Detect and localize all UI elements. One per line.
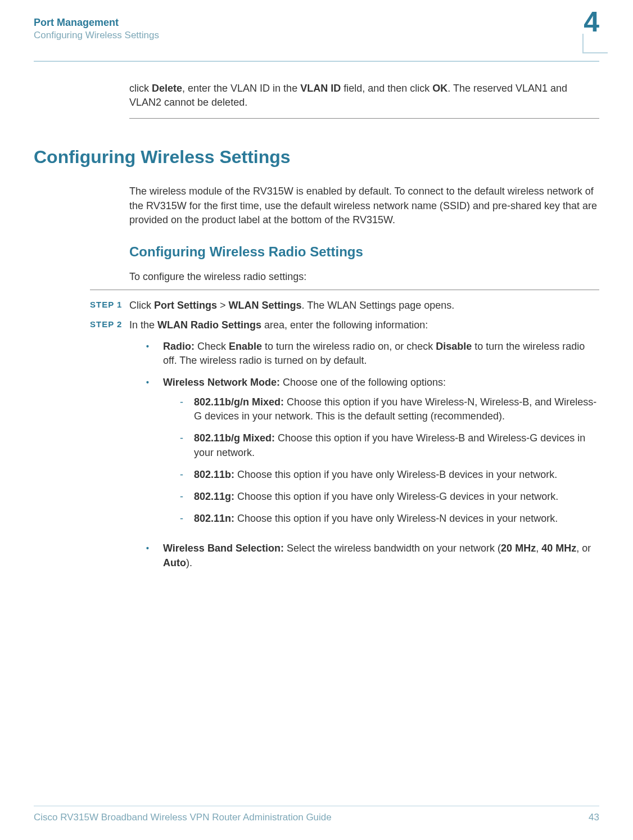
- step-1: STEP 1 Click Port Settings > WLAN Settin…: [34, 299, 599, 313]
- bullet-marker-icon: •: [146, 340, 163, 368]
- dash-marker-icon: -: [180, 395, 194, 423]
- bullet-band: • Wireless Band Selection: Select the wi…: [146, 541, 599, 570]
- step-divider: [90, 290, 599, 290]
- page-header: Port Management Configuring Wireless Set…: [34, 17, 599, 41]
- dash-n: - 802.11n: Choose this option if you hav…: [180, 512, 599, 526]
- dash-bgn: - 802.11b/g/n Mixed: Choose this option …: [180, 395, 599, 423]
- header-title: Port Management: [34, 17, 159, 29]
- footer-page-number: 43: [589, 812, 599, 823]
- step-2: STEP 2 In the WLAN Radio Settings area, …: [34, 318, 599, 577]
- footer-divider: [34, 806, 599, 806]
- header-divider: [34, 61, 599, 62]
- dash-marker-icon: -: [180, 431, 194, 459]
- dash-g: - 802.11g: Choose this option if you hav…: [180, 490, 599, 504]
- h2-radio-settings: Configuring Wireless Radio Settings: [129, 244, 599, 260]
- step-2-label: STEP 2: [90, 318, 129, 577]
- h1-configuring-wireless: Configuring Wireless Settings: [34, 147, 599, 168]
- step-1-content: Click Port Settings > WLAN Settings. The…: [129, 299, 599, 313]
- intro-paragraph: click Delete, enter the VLAN ID in the V…: [129, 82, 599, 110]
- page-footer: Cisco RV315W Broadband Wireless VPN Rout…: [34, 806, 599, 823]
- wireless-intro: The wireless module of the RV315W is ena…: [129, 184, 599, 227]
- bullet-radio: • Radio: Check Enable to turn the wirele…: [146, 340, 599, 368]
- bullet-mode: • Wireless Network Mode: Choose one of t…: [146, 376, 599, 534]
- step-2-content: In the WLAN Radio Settings area, enter t…: [129, 318, 599, 577]
- radio-intro: To configure the wireless radio settings…: [129, 270, 599, 284]
- chapter-box-decoration: [582, 34, 608, 53]
- bullet-marker-icon: •: [146, 541, 163, 570]
- dash-marker-icon: -: [180, 490, 194, 504]
- step-1-label: STEP 1: [90, 299, 129, 313]
- dash-marker-icon: -: [180, 512, 194, 526]
- dash-marker-icon: -: [180, 468, 194, 482]
- dash-bg: - 802.11b/g Mixed: Choose this option if…: [180, 431, 599, 459]
- dash-b: - 802.11b: Choose this option if you hav…: [180, 468, 599, 482]
- footer-guide-title: Cisco RV315W Broadband Wireless VPN Rout…: [34, 812, 332, 823]
- header-subtitle: Configuring Wireless Settings: [34, 30, 159, 41]
- section-divider: [129, 118, 599, 119]
- bullet-marker-icon: •: [146, 376, 163, 534]
